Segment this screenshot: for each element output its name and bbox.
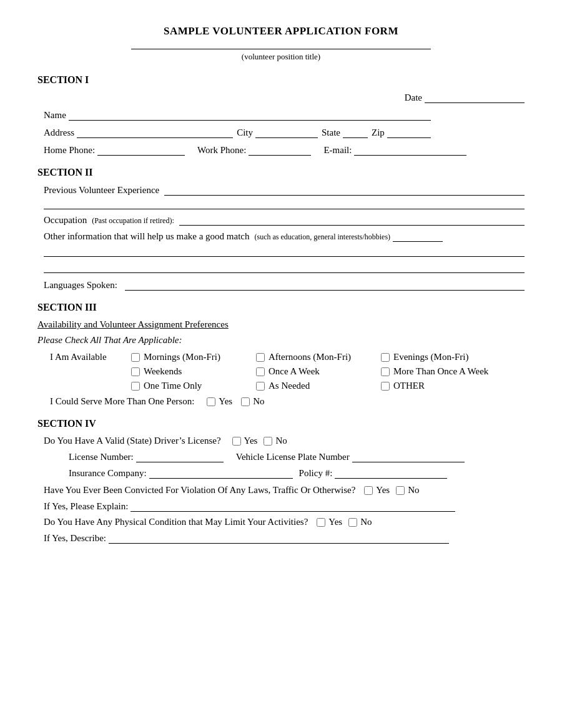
physical-q: Do You Have Any Physical Condition that … [44, 517, 308, 527]
explain-input[interactable] [131, 501, 455, 512]
vehicle-plate-input[interactable] [352, 451, 465, 462]
convicted-no[interactable]: No [396, 485, 419, 496]
email-input[interactable] [354, 144, 466, 156]
physical-yes-checkbox[interactable] [317, 518, 325, 527]
serve-no-label: No [253, 396, 264, 407]
avail-row-1: I Am Available Mornings (Mon-Fri) Aftern… [50, 352, 525, 362]
other-info-note: (such as education, general interests/ho… [255, 232, 391, 242]
describe-row: If Yes, Describe: [37, 532, 525, 544]
convicted-no-label: No [408, 485, 419, 496]
afternoons-label: Afternoons (Mon-Fri) [269, 352, 351, 362]
zip-input[interactable] [387, 127, 431, 138]
check-weekends[interactable]: Weekends [131, 366, 244, 377]
prev-exp-row: Previous Volunteer Experience [44, 184, 525, 196]
convicted-q: Have You Ever Been Convicted For Violati… [44, 485, 355, 496]
explain-row: If Yes, Please Explain: [37, 501, 525, 512]
occupation-underline [179, 214, 525, 226]
languages-label: Languages Spoken: [44, 280, 117, 291]
check-one-time[interactable]: One Time Only [131, 381, 244, 391]
checkbox-other[interactable] [381, 382, 390, 391]
serve-no[interactable]: No [241, 396, 264, 407]
check-once-week[interactable]: Once A Week [256, 366, 368, 377]
dl-yes[interactable]: Yes [232, 436, 258, 446]
avail-checkboxes-row2: Weekends Once A Week More Than Once A We… [131, 366, 525, 377]
dl-yes-checkbox[interactable] [232, 437, 241, 446]
evenings-label: Evenings (Mon-Fri) [393, 352, 468, 362]
state-input[interactable] [343, 127, 368, 138]
serve-yes[interactable]: Yes [207, 396, 232, 407]
check-as-needed[interactable]: As Needed [256, 381, 368, 391]
checkbox-one-time[interactable] [131, 382, 140, 391]
serve-yes-no: Yes No [207, 396, 264, 407]
prev-exp-underline [164, 184, 525, 196]
check-more-once-week[interactable]: More Than Once A Week [381, 366, 493, 377]
checkbox-more-once-week[interactable] [381, 367, 390, 376]
serve-no-checkbox[interactable] [241, 397, 250, 406]
physical-row: Do You Have Any Physical Condition that … [37, 517, 525, 527]
convicted-row: Have You Ever Been Convicted For Violati… [37, 485, 525, 496]
home-phone-input[interactable] [97, 144, 185, 156]
city-input[interactable] [255, 127, 318, 138]
dl-no-checkbox[interactable] [264, 437, 272, 446]
date-input[interactable] [425, 92, 525, 103]
state-label: State [322, 127, 340, 138]
occupation-row: Occupation (Past occupation if retired): [44, 214, 525, 226]
other-info-short-line [393, 231, 443, 242]
other-info-label: Other information that will help us make… [44, 231, 250, 242]
vehicle-plate-label: Vehicle License Plate Number [236, 452, 350, 462]
convicted-yes-checkbox[interactable] [364, 486, 373, 495]
describe-input[interactable] [109, 532, 449, 544]
physical-no-label: No [360, 517, 372, 527]
check-afternoons[interactable]: Afternoons (Mon-Fri) [256, 352, 368, 362]
check-evenings[interactable]: Evenings (Mon-Fri) [381, 352, 493, 362]
license-number-input[interactable] [136, 451, 224, 462]
check-instruction: Please Check All That Are Applicable: [37, 335, 525, 346]
convicted-no-checkbox[interactable] [396, 486, 405, 495]
work-phone-label: Work Phone: [197, 145, 246, 156]
dl-no[interactable]: No [264, 436, 287, 446]
insurance-input[interactable] [149, 467, 293, 479]
checkbox-evenings[interactable] [381, 353, 390, 362]
policy-label: Policy #: [299, 468, 333, 479]
address-row: Address City State Zip [37, 127, 525, 138]
policy-input[interactable] [335, 467, 447, 479]
prev-exp-line2 [44, 198, 525, 209]
work-phone-input[interactable] [249, 144, 311, 156]
checkbox-as-needed[interactable] [256, 382, 265, 391]
phone-row: Home Phone: Work Phone: E-mail: [37, 144, 525, 156]
once-week-label: Once A Week [269, 366, 320, 377]
serve-label: I Could Serve More Than One Person: [50, 396, 194, 407]
i-am-available-label: I Am Available [50, 352, 131, 362]
physical-yes[interactable]: Yes [317, 517, 342, 527]
avail-checkboxes-row3: One Time Only As Needed OTHER [131, 381, 525, 391]
page-title: SAMPLE VOLUNTEER APPLICATION FORM [37, 25, 525, 37]
name-input[interactable] [69, 109, 431, 121]
serve-yes-checkbox[interactable] [207, 397, 215, 406]
check-other[interactable]: OTHER [381, 381, 493, 391]
section2-header: SECTION II [37, 167, 525, 178]
other-label: OTHER [393, 381, 425, 391]
license-number-label: License Number: [69, 452, 134, 462]
checkbox-once-week[interactable] [256, 367, 265, 376]
home-phone-label: Home Phone: [44, 145, 95, 156]
physical-no-checkbox[interactable] [348, 518, 357, 527]
prev-exp-label: Previous Volunteer Experience [44, 185, 159, 196]
availability-grid: I Am Available Mornings (Mon-Fri) Aftern… [37, 352, 525, 391]
drivers-license-row: Do You Have A Valid (State) Driver’s Lic… [37, 436, 525, 446]
checkbox-mornings[interactable] [131, 353, 140, 362]
occupation-note: (Past occupation if retired): [92, 216, 174, 226]
insurance-row: Insurance Company: Policy #: [37, 467, 525, 479]
section4-header: SECTION IV [37, 418, 525, 429]
checkbox-weekends[interactable] [131, 367, 140, 376]
section3-header: SECTION III [37, 302, 525, 313]
section1-date-row: Date [37, 92, 525, 103]
section2-content: Previous Volunteer Experience Occupation… [37, 184, 525, 291]
occupation-label: Occupation [44, 215, 87, 226]
check-mornings[interactable]: Mornings (Mon-Fri) [131, 352, 244, 362]
other-info-line1 [44, 246, 525, 257]
checkbox-afternoons[interactable] [256, 353, 265, 362]
physical-yes-label: Yes [328, 517, 342, 527]
physical-no[interactable]: No [348, 517, 372, 527]
address-input[interactable] [77, 127, 233, 138]
convicted-yes[interactable]: Yes [364, 485, 390, 496]
